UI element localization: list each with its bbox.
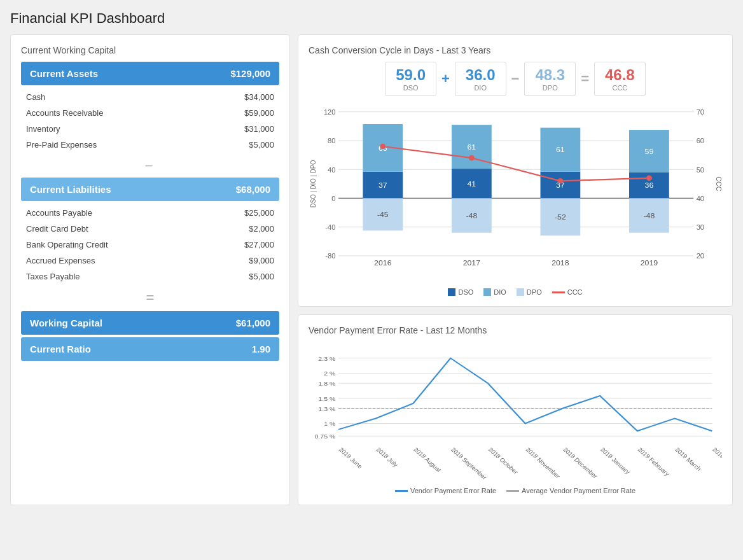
- svg-text:80: 80: [328, 137, 335, 145]
- svg-text:61: 61: [556, 146, 565, 155]
- dio-box: 36.0 DIO: [455, 62, 506, 96]
- svg-point-50: [557, 178, 563, 184]
- svg-text:37: 37: [378, 181, 387, 190]
- liability-item: Accounts Payable$25,000: [21, 205, 279, 221]
- dio-label: DIO: [466, 84, 496, 92]
- current-ratio-value: 1.90: [252, 344, 270, 354]
- minus-operator: −: [511, 71, 520, 87]
- plus-operator: +: [441, 71, 450, 87]
- svg-text:2018 August: 2018 August: [412, 446, 443, 473]
- liability-item: Bank Operating Credit$27,000: [21, 237, 279, 253]
- current-liabilities-value: $68,000: [236, 184, 270, 195]
- equals-separator: =: [21, 284, 279, 311]
- liability-value: $9,000: [249, 256, 274, 265]
- vendor-legend: Vendor Payment Error Rate Average Vendor…: [309, 487, 722, 494]
- svg-text:50: 50: [697, 166, 704, 174]
- svg-point-48: [380, 144, 385, 150]
- dso-value: 59.0: [396, 66, 426, 84]
- dio-value: 36.0: [466, 66, 496, 84]
- legend-ccc: CCC: [552, 288, 583, 296]
- liability-label: Accrued Expenses: [26, 256, 95, 265]
- svg-text:2018 November: 2018 November: [524, 446, 562, 480]
- asset-value: $31,000: [244, 124, 274, 134]
- svg-text:40: 40: [328, 166, 335, 174]
- ccc-legend: DSO DIO DPO CCC: [309, 288, 722, 296]
- working-capital-title: Current Working Capital: [21, 45, 279, 55]
- svg-text:2019 February: 2019 February: [636, 446, 671, 477]
- svg-text:1.8 %: 1.8 %: [318, 381, 335, 387]
- svg-text:CCC: CCC: [715, 176, 722, 191]
- svg-text:59: 59: [645, 147, 654, 156]
- svg-text:2018 September: 2018 September: [450, 446, 489, 481]
- svg-text:61: 61: [468, 143, 476, 151]
- svg-text:-48: -48: [466, 211, 477, 220]
- dashboard-title: Financial KPI Dashboard: [10, 10, 733, 27]
- svg-point-49: [469, 155, 475, 161]
- svg-text:1.3 %: 1.3 %: [318, 405, 335, 412]
- liability-item: Credit Card Debt$2,000: [21, 221, 279, 237]
- svg-text:1 %: 1 %: [324, 421, 335, 427]
- svg-text:60: 60: [697, 137, 704, 145]
- ccc-panel: Cash Conversion Cycle in Days - Last 3 Y…: [298, 34, 733, 307]
- svg-text:2018 October: 2018 October: [487, 446, 520, 475]
- svg-text:2016: 2016: [374, 258, 392, 267]
- svg-text:70: 70: [697, 108, 704, 116]
- equals-operator: =: [581, 71, 589, 87]
- legend-dso: DSO: [448, 288, 473, 296]
- svg-text:2019 April: 2019 April: [711, 446, 722, 469]
- liability-item: Accrued Expenses$9,000: [21, 253, 279, 269]
- liability-label: Bank Operating Credit: [26, 240, 108, 249]
- svg-text:2 %: 2 %: [324, 370, 335, 377]
- dashboard-grid: Current Working Capital Current Assets $…: [10, 34, 733, 505]
- asset-label: Cash: [26, 92, 45, 102]
- legend-dio-label: DIO: [494, 288, 506, 296]
- svg-text:2018 June: 2018 June: [338, 446, 364, 470]
- svg-text:120: 120: [324, 108, 336, 116]
- svg-text:2019 March: 2019 March: [674, 446, 703, 472]
- svg-text:-40: -40: [325, 223, 335, 231]
- asset-item: Cash$34,000: [21, 89, 279, 105]
- legend-avg-color: [506, 490, 519, 492]
- svg-text:2018 December: 2018 December: [562, 446, 600, 480]
- legend-dio: DIO: [483, 288, 506, 296]
- ccc-box: 46.8 CCC: [594, 62, 646, 96]
- vendor-chart-svg: 0.75 %1 %1.3 %1.5 %1.8 %2 %2.3 %2018 Jun…: [309, 342, 722, 482]
- liability-value: $27,000: [244, 240, 274, 249]
- current-assets-label: Current Assets: [30, 68, 98, 79]
- current-liabilities-header: Current Liabilities $68,000: [21, 178, 279, 201]
- asset-item: Inventory$31,000: [21, 121, 279, 137]
- liability-value: $2,000: [249, 224, 274, 234]
- legend-dso-label: DSO: [458, 288, 473, 296]
- asset-label: Inventory: [26, 124, 60, 134]
- legend-dpo-label: DPO: [527, 288, 542, 296]
- asset-label: Pre-Paid Expenses: [26, 140, 97, 150]
- working-capital-row: Working Capital $61,000: [21, 311, 279, 335]
- svg-text:-45: -45: [377, 210, 389, 219]
- asset-item: Accounts Receivable$59,000: [21, 105, 279, 121]
- current-ratio-label: Current Ratio: [30, 344, 91, 354]
- legend-vendor-label: Vendor Payment Error Rate: [410, 487, 496, 494]
- assets-list: Cash$34,000Accounts Receivable$59,000Inv…: [21, 89, 279, 153]
- ccc-chart-svg: -80-4004080120203040506070CCCDSO | DIO |…: [309, 105, 722, 283]
- asset-item: Pre-Paid Expenses$5,000: [21, 137, 279, 153]
- svg-text:2019: 2019: [641, 258, 658, 267]
- ccc-value: 46.8: [605, 66, 635, 84]
- svg-text:-48: -48: [644, 211, 655, 220]
- svg-text:1.5 %: 1.5 %: [318, 395, 335, 402]
- dpo-value: 48.3: [535, 66, 565, 84]
- minus-separator: –: [21, 153, 279, 178]
- legend-dpo: DPO: [517, 288, 542, 296]
- liability-value: $25,000: [244, 208, 274, 218]
- legend-ccc-label: CCC: [567, 288, 583, 296]
- legend-vendor-avg: Average Vendor Payment Error Rate: [506, 487, 635, 494]
- asset-value: $5,000: [249, 140, 274, 150]
- svg-text:36: 36: [645, 181, 654, 190]
- current-assets-header: Current Assets $129,000: [21, 62, 279, 85]
- vendor-panel: Vendor Payment Error Rate - Last 12 Mont…: [298, 314, 733, 505]
- legend-avg-label: Average Vendor Payment Error Rate: [522, 487, 635, 494]
- asset-label: Accounts Receivable: [26, 108, 103, 118]
- svg-text:2017: 2017: [463, 258, 481, 267]
- working-capital-value: $61,000: [236, 318, 270, 328]
- ccc-label: CCC: [605, 84, 635, 92]
- liability-item: Taxes Payable$5,000: [21, 269, 279, 284]
